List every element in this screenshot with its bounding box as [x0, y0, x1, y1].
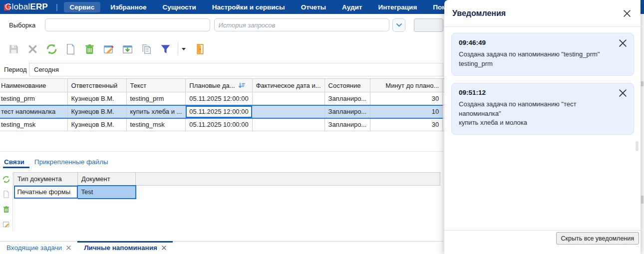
notifications-list: 09:46:49 Создана задача по напоминанию "…: [444, 27, 641, 135]
col-header-doc-type[interactable]: Тип документа: [14, 173, 78, 186]
background-scrollbar-fragment: [641, 81, 644, 86]
cell-responsible[interactable]: Кузнецов В.М.: [67, 118, 126, 131]
cell-actual-date[interactable]: [252, 105, 324, 118]
table-row-selected: тест напоминалка Кузнецов В.М. купить хл…: [0, 105, 462, 118]
caret-down-icon: [182, 48, 186, 50]
new-document-icon[interactable]: [2, 190, 10, 199]
nav-item-servis[interactable]: Сервис: [64, 2, 101, 12]
history-dropdown-button[interactable]: [392, 18, 405, 32]
col-header-actual-date[interactable]: Фактическое дата и...: [252, 79, 324, 92]
refresh-icon[interactable]: [2, 175, 10, 184]
nav-item-izbrannoe[interactable]: Избранное: [104, 2, 152, 12]
col-header-text[interactable]: Текст: [126, 79, 186, 92]
tab-vkhodyashchie-zadachi[interactable]: Входящие задачи: [0, 242, 77, 254]
tab-svyazi[interactable]: Связи: [3, 156, 29, 168]
save-button[interactable]: [4, 40, 23, 57]
cell-document[interactable]: Test: [78, 186, 136, 199]
filter-icon: [159, 43, 172, 55]
exit-button[interactable]: [191, 40, 210, 57]
copy-button[interactable]: [137, 40, 156, 57]
detail-tabs: Связи Прикрепленные файлы: [0, 155, 113, 169]
window-tabs: Входящие задачи Личные напоминания: [0, 241, 443, 254]
col-header-status[interactable]: Состояние: [324, 79, 370, 92]
close-tab-icon[interactable]: [66, 246, 71, 250]
cell-status[interactable]: Запланиро...: [324, 92, 370, 105]
create-button[interactable]: [61, 40, 80, 57]
notifications-title: Уведомления: [452, 9, 506, 18]
col-header-responsible[interactable]: Ответственный: [67, 79, 126, 92]
nav-item-integratsiya[interactable]: Интеграция: [372, 2, 423, 12]
delete-button[interactable]: [80, 40, 99, 57]
cell-actual-date[interactable]: [252, 118, 324, 131]
refresh-button[interactable]: [42, 40, 61, 57]
query-history-input[interactable]: [214, 18, 390, 31]
section-divider: [0, 151, 443, 152]
notification-card[interactable]: 09:51:12 Создана задача по напоминанию "…: [451, 83, 634, 135]
cancel-button[interactable]: [23, 40, 42, 57]
cell-status[interactable]: Запланиро...: [324, 105, 370, 118]
col-header-planned-date[interactable]: Плановые да...: [186, 79, 252, 92]
nav-item-otchety[interactable]: Отчеты: [295, 2, 332, 12]
cell-planned-date-focused[interactable]: 05.11.2025 12:00:00: [186, 105, 252, 118]
tab-label: Входящие задачи: [6, 244, 62, 252]
new-document-icon: [64, 43, 77, 55]
dismiss-notification-button[interactable]: [619, 89, 627, 97]
cell-name[interactable]: testing_prm: [0, 92, 67, 105]
cell-text[interactable]: купить хлеба и ...: [126, 105, 186, 118]
cell-name[interactable]: тест напоминалка: [0, 105, 67, 118]
toolbar-separator: [178, 42, 178, 55]
period-value: Сегодня: [34, 66, 59, 73]
nav-item-sushchnosti[interactable]: Сущности: [156, 2, 202, 12]
cell-minutes[interactable]: 30: [370, 118, 443, 131]
trash-icon[interactable]: [2, 205, 10, 214]
edit-icon[interactable]: [2, 220, 10, 229]
logo-text: GlobalERP: [5, 2, 48, 12]
period-label: Период: [4, 66, 29, 73]
table-row: testing_prm Кузнецов В.М. testing_prm 05…: [0, 92, 462, 105]
selection-query-input[interactable]: [45, 18, 210, 31]
col-header-planned-date-label: Плановые да...: [189, 82, 235, 89]
close-tab-icon[interactable]: [162, 246, 166, 250]
refresh-icon: [45, 43, 58, 55]
col-header-document[interactable]: Документ: [78, 173, 136, 186]
cell-minutes[interactable]: 10: [370, 105, 443, 118]
cell-text[interactable]: testing_msk: [126, 118, 186, 131]
close-panel-button[interactable]: [623, 9, 631, 17]
dismiss-notification-button[interactable]: [619, 39, 627, 47]
links-header-row: Тип документа Документ: [14, 173, 440, 186]
cell-responsible[interactable]: Кузнецов В.М.: [67, 105, 126, 118]
cell-minutes[interactable]: 30: [370, 92, 443, 105]
nav-divider: |: [56, 3, 58, 11]
hide-all-notifications-button[interactable]: Скрыть все уведомления: [556, 232, 639, 245]
notifications-panel: Уведомления 09:46:49 Создана задача по н…: [444, 0, 641, 254]
cell-name[interactable]: testing_msk: [0, 118, 67, 131]
reminders-table: Наименование Ответственный Текст Плановы…: [0, 78, 462, 131]
filter-button[interactable]: [156, 40, 175, 57]
edit-button[interactable]: [99, 40, 118, 57]
import-button[interactable]: [118, 40, 137, 57]
table-row: testing_msk Кузнецов В.М. testing_msk 05…: [0, 118, 462, 131]
cell-text[interactable]: testing_prm: [126, 92, 186, 105]
col-header-minutes[interactable]: Минут до плано...: [370, 79, 443, 92]
cell-actual-date[interactable]: [252, 92, 324, 105]
period-field[interactable]: Сегодня: [29, 63, 443, 76]
cell-doc-type-focused[interactable]: Печатные формы: [14, 186, 78, 199]
main-toolbar: [0, 38, 210, 60]
nav-item-nastroyki[interactable]: Настройки и сервисы: [206, 2, 291, 12]
col-header-filler: [136, 173, 440, 186]
notification-text: Создана задача по напоминанию "testing_p…: [459, 50, 627, 69]
background-scrollbar-fragment: [641, 196, 644, 204]
panel-scrollbar-thumb[interactable]: [636, 141, 639, 151]
trash-icon: [83, 43, 96, 55]
notification-card[interactable]: 09:46:49 Создана задача по напоминанию "…: [451, 33, 634, 76]
filter-dropdown-button[interactable]: [180, 40, 188, 57]
tab-lichnye-napominaniya[interactable]: Личные напоминания: [77, 242, 173, 254]
cell-planned-date[interactable]: 05.11.2025 10:00:00: [186, 118, 252, 131]
search-button[interactable]: [414, 18, 443, 32]
nav-item-audit[interactable]: Аудит: [336, 2, 368, 12]
cell-responsible[interactable]: Кузнецов В.М.: [67, 92, 126, 105]
cell-status[interactable]: Запланиро...: [324, 118, 370, 131]
col-header-name[interactable]: Наименование: [0, 79, 67, 92]
tab-prikreplennye-fayly[interactable]: Прикрепленные файлы: [29, 156, 113, 168]
cell-planned-date[interactable]: 05.11.2025 12:00:00: [186, 92, 252, 105]
